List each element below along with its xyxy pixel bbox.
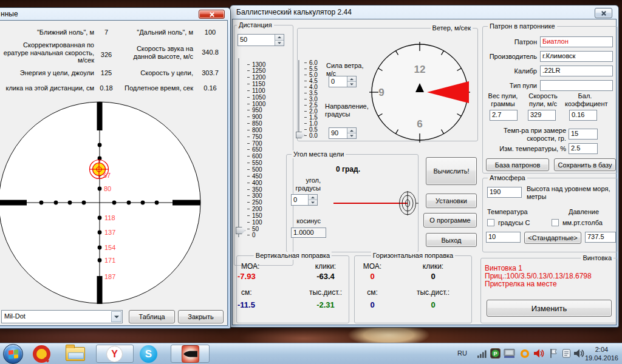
bullet-weight-field[interactable]: 2.7: [490, 110, 518, 121]
wind-slider-track[interactable]: [298, 60, 300, 138]
distance-slider-track[interactable]: [238, 58, 240, 237]
exit-button[interactable]: Выход: [426, 233, 477, 247]
close-icon[interactable]: [199, 10, 225, 19]
target-speed-label: Скорость у цели,: [123, 69, 193, 77]
wind-direction-spinner[interactable]: 90: [329, 127, 357, 139]
network-signal-icon[interactable]: [477, 349, 487, 359]
q-app-icon[interactable]: [33, 345, 50, 363]
distance-tick: 300: [247, 193, 265, 199]
window-title: нные: [1, 10, 18, 18]
explorer-folder-icon[interactable]: [66, 347, 85, 361]
titlebar[interactable]: нные: [0, 8, 230, 20]
calculate-button[interactable]: Вычислить!: [426, 157, 477, 185]
wind-tick: 3.0: [304, 96, 318, 102]
cartridge-db-button[interactable]: База патронов: [486, 158, 549, 171]
action-center-flag-icon[interactable]: [549, 348, 558, 359]
display-icon[interactable]: [504, 349, 515, 358]
close-window-button[interactable]: Закрыть: [178, 310, 224, 323]
caliber-field[interactable]: .22LR: [540, 66, 613, 76]
titlebar[interactable]: Баллистический калькулятор 2.44: [230, 5, 618, 19]
distance-tick: 1150: [247, 81, 265, 87]
yandex-browser-taskbar-button[interactable]: Y: [96, 345, 134, 363]
rifle-group-title: Винтовка: [581, 254, 613, 262]
ballistic-calculator-window: Баллистический калькулятор 2.44 Дистанци…: [230, 5, 619, 328]
punto-switcher-icon[interactable]: P: [490, 348, 501, 359]
rifle-edit-button[interactable]: Изменить: [487, 300, 612, 317]
wind-tick-labels: 6.05.55.04.54.03.53.02.52.01.51.00.50.0: [304, 59, 318, 138]
ballistic-app-taskbar-button[interactable]: [171, 345, 210, 363]
horizontal-correction-title: Горизонтальная поправка: [371, 252, 455, 260]
bc-header: Бал. коэффициент: [565, 92, 605, 107]
clipboard-icon[interactable]: [562, 348, 571, 359]
odnoklassniki-icon[interactable]: [520, 349, 530, 359]
skype-icon[interactable]: S: [140, 345, 157, 363]
bullet-type-label: Тип пули: [485, 82, 537, 90]
distance-tick: 1300: [247, 61, 265, 67]
near-zero-label: "Ближний ноль", м: [0, 29, 94, 36]
table-button[interactable]: Таблица: [129, 310, 175, 323]
mmhg-checkbox[interactable]: [552, 219, 559, 226]
measure-temp-field[interactable]: 15: [569, 129, 598, 140]
corrected-speed-label: Скорректированная по ературе начальная с…: [0, 41, 94, 64]
red-volume-icon[interactable]: [533, 348, 544, 359]
save-to-db-button[interactable]: Сохранить в базу: [554, 158, 616, 171]
distance-spin-buttons[interactable]: [275, 35, 284, 46]
distance-tick: 200: [247, 206, 265, 212]
distance-tick: 500: [247, 167, 265, 173]
taskbar: Y S RU P: [0, 343, 622, 364]
manufacturer-label: Производитель: [485, 53, 537, 61]
settings-button[interactable]: Установки: [426, 194, 477, 208]
start-button[interactable]: [3, 344, 23, 364]
wind-force-spinner[interactable]: 0: [329, 76, 357, 87]
chevron-down-icon[interactable]: [111, 311, 121, 322]
wind-direction-label: Направление, градусы: [325, 103, 372, 118]
standard-values-button[interactable]: <Стандартные>: [524, 232, 581, 244]
angle-spin-buttons[interactable]: [308, 195, 317, 205]
wind-tick: 2.5: [304, 102, 318, 108]
wind-tick: 6.0: [304, 59, 318, 66]
rifle-zeroing-info: Пристрелка на месте: [485, 280, 557, 288]
output-data-window: нные "Ближний ноль", м 7 "Дальний ноль",…: [0, 7, 231, 329]
temp-change-field[interactable]: 2.5: [569, 143, 598, 154]
v-moa-label: МОА:: [241, 263, 259, 271]
v-cm-value: -11.5: [238, 301, 255, 309]
angle-spinner[interactable]: 0: [291, 194, 318, 206]
distance-tick: 900: [247, 114, 265, 120]
distance-tick: 1050: [247, 94, 265, 100]
cartridge-name-label: Патрон: [485, 38, 537, 46]
pressure-field[interactable]: 737.5: [585, 232, 616, 243]
wind-direction-value: 90: [331, 129, 338, 138]
distance-tick: 750: [247, 133, 265, 140]
temperature-field[interactable]: 10: [486, 232, 521, 243]
distance-tick: 100: [247, 219, 265, 225]
h-clicks-value: 0: [415, 272, 451, 280]
about-button[interactable]: О программе: [423, 213, 477, 228]
target-speed-value: 303.7: [196, 69, 225, 77]
close-icon[interactable]: [595, 8, 612, 18]
clock-6: 6: [417, 118, 422, 130]
distance-spinner[interactable]: 50: [238, 34, 284, 46]
far-zero-value: 100: [196, 29, 225, 36]
bullet-speed-field[interactable]: 329: [528, 110, 556, 121]
wind-direction-spin-buttons[interactable]: [347, 128, 356, 138]
distance-tick: 600: [247, 153, 265, 160]
cartridge-name-field[interactable]: Биатлон: [540, 36, 613, 47]
pressure-label: Давление: [569, 208, 599, 216]
celsius-checkbox[interactable]: [487, 219, 494, 226]
wind-force-spin-buttons[interactable]: [347, 76, 356, 87]
manufacturer-field[interactable]: г.Климовск: [540, 51, 613, 62]
distance-tick: 950: [247, 107, 265, 113]
reticle-type-combobox[interactable]: Mil-Dot: [1, 310, 123, 323]
clock-9: 9: [378, 87, 384, 98]
volume-icon[interactable]: [573, 348, 584, 359]
svg-text:80: 80: [104, 185, 111, 192]
bullet-type-field[interactable]: [540, 80, 613, 91]
clock[interactable]: 2:04 19.04.2016: [585, 345, 618, 362]
time: 2:04: [585, 345, 618, 354]
measure-temp-label: Темп-ра при замере скорости, гр.: [485, 127, 566, 142]
v-mil-value: -2.31: [306, 301, 346, 309]
bc-field[interactable]: 0.16: [569, 110, 597, 121]
wind-direction-clock[interactable]: 12 3 6 9: [369, 41, 471, 143]
altitude-field[interactable]: 190: [487, 187, 522, 198]
language-indicator[interactable]: RU: [457, 349, 467, 357]
